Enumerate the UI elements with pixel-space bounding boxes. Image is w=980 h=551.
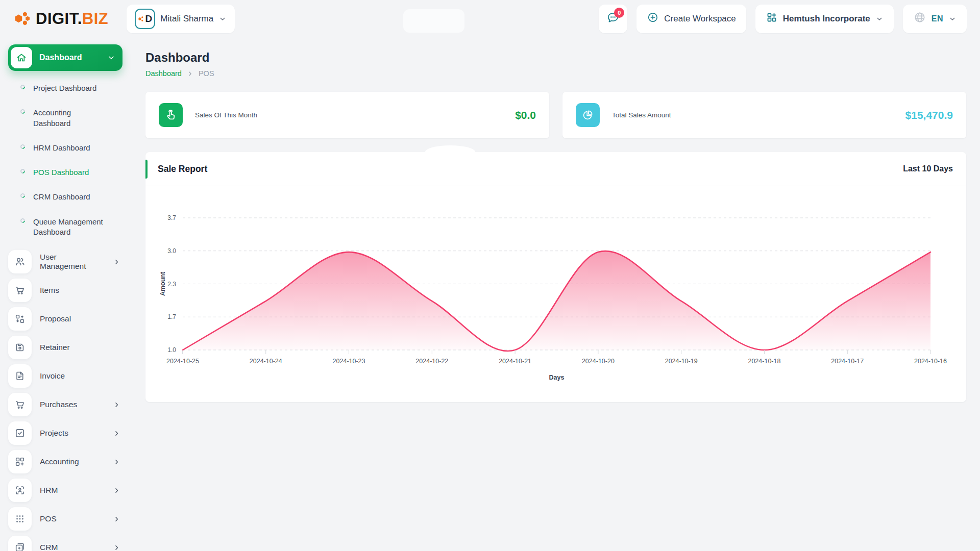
- sidebar-subitem-label: HRM Dashboard: [33, 143, 90, 153]
- svg-text:3.0: 3.0: [167, 247, 176, 255]
- bullet-ring-icon: [19, 217, 26, 224]
- sidebar: Dashboard Project DashboardAccounting Da…: [0, 37, 132, 551]
- chart-title: Sale Report: [158, 164, 207, 174]
- sidebar-item-retainer[interactable]: Retainer: [8, 333, 132, 362]
- sidebar-subitem-crm-dashboard[interactable]: CRM Dashboard: [8, 185, 132, 209]
- invoice-icon: [8, 364, 32, 388]
- crm-icon: [8, 536, 32, 551]
- svg-text:2024-10-21: 2024-10-21: [499, 358, 531, 365]
- language-code: EN: [932, 14, 943, 23]
- workspace-user-name: Mitali Sharma: [160, 14, 213, 24]
- chat-button[interactable]: 0: [599, 5, 627, 33]
- sidebar-item-label: Projects: [40, 429, 105, 438]
- dashboard-submenu: Project DashboardAccounting DashboardHRM…: [8, 76, 132, 244]
- brand-logo-text: DIGIT.BIZ: [36, 10, 108, 28]
- sidebar-item-hrm[interactable]: HRM: [8, 476, 132, 505]
- chevron-right-icon: [113, 401, 120, 409]
- svg-text:1.7: 1.7: [167, 313, 176, 320]
- svg-text:2024-10-25: 2024-10-25: [166, 358, 199, 365]
- pos-icon: [8, 507, 32, 531]
- sidebar-item-proposal[interactable]: Proposal: [8, 305, 132, 333]
- chevron-down-icon: [218, 15, 227, 23]
- breadcrumb: Dashboard POS: [145, 69, 966, 78]
- stat-value: $0.0: [515, 109, 536, 121]
- sidebar-item-label: User Management: [40, 253, 105, 271]
- sale-report-card: Sale Report Last 10 Days 1.01.72.33.03.7…: [145, 152, 966, 402]
- chevron-right-icon: [113, 487, 120, 494]
- topbar-actions: 0 Create Workspace Hemtush Incorporate: [599, 5, 967, 33]
- workspace-user-dropdown[interactable]: D Mitali Sharma: [127, 5, 235, 33]
- svg-text:2024-10-23: 2024-10-23: [333, 358, 365, 365]
- chat-badge: 0: [614, 8, 624, 18]
- sidebar-subitem-label: Accounting Dashboard: [33, 108, 110, 129]
- sidebar-item-dashboard[interactable]: Dashboard: [8, 44, 122, 71]
- sidebar-subitem-accounting-dashboard[interactable]: Accounting Dashboard: [8, 101, 132, 136]
- sidebar-item-invoice[interactable]: Invoice: [8, 362, 132, 390]
- svg-text:1.0: 1.0: [167, 346, 176, 354]
- sidebar-item-label: Proposal: [40, 314, 120, 323]
- sidebar-item-projects[interactable]: Projects: [8, 419, 132, 447]
- sidebar-item-label: POS: [40, 514, 105, 523]
- company-name: Hemtush Incorporate: [783, 14, 870, 24]
- chevron-down-icon: [875, 15, 884, 23]
- chevron-down-icon: [107, 54, 115, 62]
- bullet-ring-icon: [19, 108, 26, 115]
- brand-logo-icon: [13, 9, 31, 29]
- y-axis-label: Amount: [159, 271, 166, 296]
- cart-icon: [8, 393, 32, 416]
- svg-text:2024-10-19: 2024-10-19: [665, 358, 698, 365]
- sidebar-item-purchases[interactable]: Purchases: [8, 390, 132, 419]
- workspace-logo-letter: D: [145, 13, 152, 24]
- chevron-right-icon: [113, 258, 120, 266]
- chart-header: Sale Report Last 10 Days: [145, 152, 966, 186]
- sidebar-subitem-project-dashboard[interactable]: Project Dashboard: [8, 76, 132, 101]
- sidebar-item-label: CRM: [40, 543, 105, 551]
- breadcrumb-dashboard[interactable]: Dashboard: [145, 69, 182, 78]
- svg-text:2024-10-22: 2024-10-22: [415, 358, 448, 365]
- home-icon: [11, 47, 32, 68]
- workspace-grid-icon: [766, 11, 778, 26]
- topbar: DIGIT.BIZ D Mitali Sharma 0: [0, 0, 980, 37]
- chart-range-label: Last 10 Days: [903, 164, 953, 173]
- sidebar-subitem-hrm-dashboard[interactable]: HRM Dashboard: [8, 136, 132, 160]
- breadcrumb-chevron-icon: [187, 70, 193, 77]
- plus-circle-icon: [647, 11, 659, 26]
- bullet-ring-icon: [19, 143, 26, 150]
- users-icon: [8, 250, 32, 273]
- sidebar-menu: User ManagementItemsProposalRetainerInvo…: [8, 247, 132, 551]
- chevron-right-icon: [113, 515, 120, 523]
- stat-value: $15,470.9: [905, 109, 953, 121]
- main-content: Dashboard Dashboard POS Sales Of This Mo…: [132, 37, 980, 551]
- sidebar-item-pos[interactable]: POS: [8, 505, 132, 533]
- page-title: Dashboard: [145, 51, 966, 65]
- sidebar-item-user-management[interactable]: User Management: [8, 247, 132, 276]
- stat-label: Total Sales Amount: [612, 111, 671, 119]
- sidebar-item-crm[interactable]: CRM: [8, 533, 132, 551]
- svg-text:2024-10-18: 2024-10-18: [748, 358, 780, 365]
- bullet-ring-icon: [19, 168, 26, 174]
- sidebar-subitem-label: CRM Dashboard: [33, 192, 90, 202]
- chevron-right-icon: [113, 544, 120, 551]
- sidebar-item-label: Dashboard: [39, 53, 100, 62]
- accounting-icon: [8, 450, 32, 473]
- sidebar-subitem-label: Project Dashboard: [33, 83, 96, 93]
- sidebar-subitem-pos-dashboard[interactable]: POS Dashboard: [8, 160, 132, 185]
- stat-card-sales-of-this-month: Sales Of This Month$0.0: [145, 92, 549, 138]
- create-workspace-button[interactable]: Create Workspace: [636, 5, 746, 33]
- sidebar-item-accounting[interactable]: Accounting: [8, 447, 132, 476]
- sidebar-item-label: Purchases: [40, 400, 105, 409]
- company-dropdown[interactable]: Hemtush Incorporate: [755, 5, 894, 33]
- sidebar-item-items[interactable]: Items: [8, 276, 132, 305]
- area-chart-svg: 1.01.72.33.03.72024-10-252024-10-242024-…: [145, 186, 966, 400]
- svg-text:2024-10-20: 2024-10-20: [582, 358, 615, 365]
- chevron-right-icon: [113, 458, 120, 466]
- sale-report-chart[interactable]: 1.01.72.33.03.72024-10-252024-10-242024-…: [145, 186, 966, 400]
- language-dropdown[interactable]: EN: [903, 5, 967, 33]
- proposal-icon: [8, 307, 32, 331]
- create-workspace-label: Create Workspace: [664, 14, 736, 24]
- sidebar-subitem-queue-management-dashboard[interactable]: Queue Management Dashboard: [8, 210, 132, 245]
- brand-logo[interactable]: DIGIT.BIZ: [13, 9, 108, 29]
- stat-label: Sales Of This Month: [195, 111, 257, 119]
- workspace-logo-icon: D: [135, 9, 155, 29]
- breadcrumb-pos: POS: [199, 69, 214, 78]
